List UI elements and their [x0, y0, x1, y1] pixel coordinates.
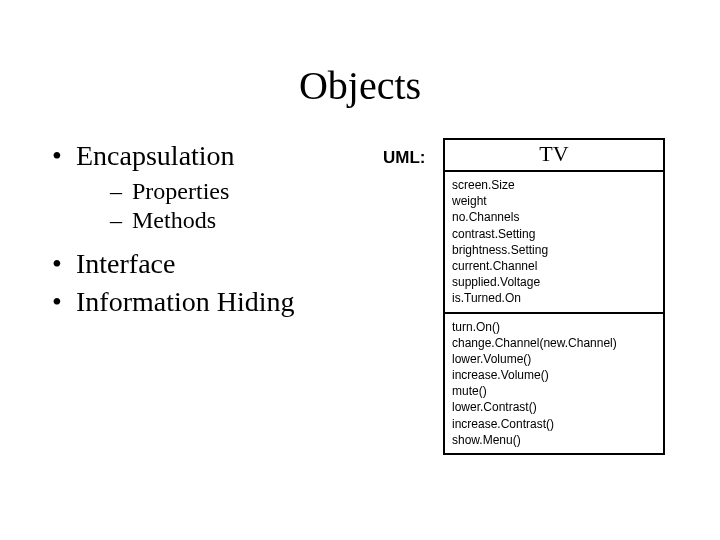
slide-title: Objects — [0, 62, 720, 109]
uml-attribute: brightness.Setting — [452, 242, 656, 258]
uml-operations: turn.On() change.Channel(new.Channel) lo… — [445, 314, 663, 454]
uml-label: UML: — [383, 148, 425, 168]
uml-operation: lower.Volume() — [452, 351, 656, 367]
bullet-information-hiding: • Information Hiding — [52, 286, 372, 318]
uml-operation: lower.Contrast() — [452, 399, 656, 415]
uml-operation: increase.Contrast() — [452, 416, 656, 432]
uml-operation: increase.Volume() — [452, 367, 656, 383]
bullet-dot-icon: • — [52, 286, 76, 318]
uml-operation: change.Channel(new.Channel) — [452, 335, 656, 351]
uml-operation: show.Menu() — [452, 432, 656, 448]
bullet-dot-icon: • — [52, 248, 76, 280]
uml-attribute: is.Turned.On — [452, 290, 656, 306]
uml-attribute: weight — [452, 193, 656, 209]
subbullet-methods: – Methods — [110, 207, 372, 234]
subbullet-properties: – Properties — [110, 178, 372, 205]
uml-attribute: contrast.Setting — [452, 226, 656, 242]
uml-operation: mute() — [452, 383, 656, 399]
bullet-encapsulation: • Encapsulation — [52, 140, 372, 172]
bullet-interface: • Interface — [52, 248, 372, 280]
bullet-text: Properties — [132, 178, 229, 205]
slide: Objects • Encapsulation – Properties – M… — [0, 0, 720, 540]
bullet-dot-icon: • — [52, 140, 76, 172]
bullet-dash-icon: – — [110, 178, 132, 205]
bullet-list: • Encapsulation – Properties – Methods •… — [52, 140, 372, 324]
uml-attribute: supplied.Voltage — [452, 274, 656, 290]
bullet-dash-icon: – — [110, 207, 132, 234]
bullet-text: Methods — [132, 207, 216, 234]
uml-operation: turn.On() — [452, 319, 656, 335]
bullet-text: Encapsulation — [76, 140, 235, 172]
uml-attribute: screen.Size — [452, 177, 656, 193]
uml-class-name: TV — [445, 140, 663, 172]
bullet-text: Interface — [76, 248, 175, 280]
sub-bullets: – Properties – Methods — [110, 178, 372, 234]
uml-class-box: TV screen.Size weight no.Channels contra… — [443, 138, 665, 455]
uml-attribute: current.Channel — [452, 258, 656, 274]
uml-attributes: screen.Size weight no.Channels contrast.… — [445, 172, 663, 314]
bullet-text: Information Hiding — [76, 286, 295, 318]
uml-attribute: no.Channels — [452, 209, 656, 225]
